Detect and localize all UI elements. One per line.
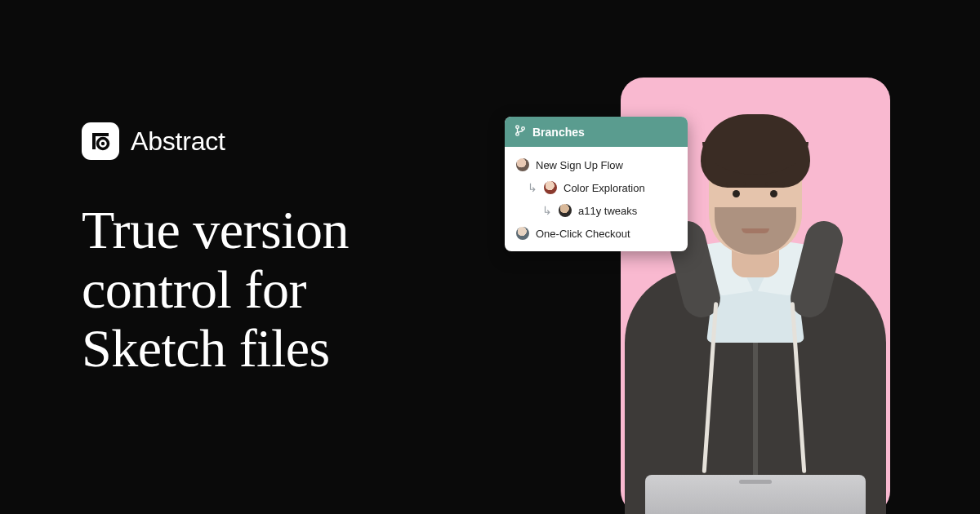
branches-list: New Sign Up Flow ↳ Color Exploration ↳ a…	[505, 147, 688, 251]
person-mouth	[742, 228, 769, 233]
avatar	[544, 181, 557, 194]
svg-point-2	[516, 126, 519, 129]
branches-title: Branches	[532, 126, 585, 139]
brand-name: Abstract	[131, 126, 225, 157]
headline-line-1: True version	[82, 200, 349, 259]
headline-line-2: control for	[82, 259, 306, 319]
branch-item[interactable]: ↳ a11y tweaks	[505, 199, 688, 222]
branch-item[interactable]: New Sign Up Flow	[505, 153, 688, 176]
eyebrow	[765, 182, 785, 186]
branch-icon	[514, 125, 526, 139]
branch-item[interactable]: One-Click Checkout	[505, 222, 688, 245]
headline-line-3: Sketch files	[82, 318, 330, 378]
branches-panel: Branches New Sign Up Flow ↳ Color Explor…	[505, 117, 688, 251]
avatar	[516, 158, 529, 171]
svg-point-4	[522, 127, 525, 131]
eyebrow	[726, 182, 746, 186]
svg-point-1	[101, 142, 105, 145]
branch-label: Color Exploration	[564, 182, 645, 194]
branch-label: a11y tweaks	[578, 205, 637, 217]
brand-lockup: Abstract	[82, 122, 349, 160]
abstract-logo-icon	[82, 122, 119, 160]
nested-arrow-icon: ↳	[542, 205, 552, 216]
laptop	[645, 475, 866, 514]
hero-left: Abstract True version control for Sketch…	[82, 122, 349, 379]
svg-point-3	[516, 133, 519, 136]
avatar	[516, 227, 529, 240]
branch-item[interactable]: ↳ Color Exploration	[505, 176, 688, 199]
branch-label: One-Click Checkout	[536, 228, 630, 240]
eye	[770, 190, 777, 197]
branches-panel-header: Branches	[505, 117, 688, 147]
eye	[733, 190, 740, 197]
avatar	[559, 204, 572, 217]
branch-label: New Sign Up Flow	[536, 159, 623, 171]
nested-arrow-icon: ↳	[528, 182, 537, 193]
hero-headline: True version control for Sketch files	[82, 201, 349, 379]
